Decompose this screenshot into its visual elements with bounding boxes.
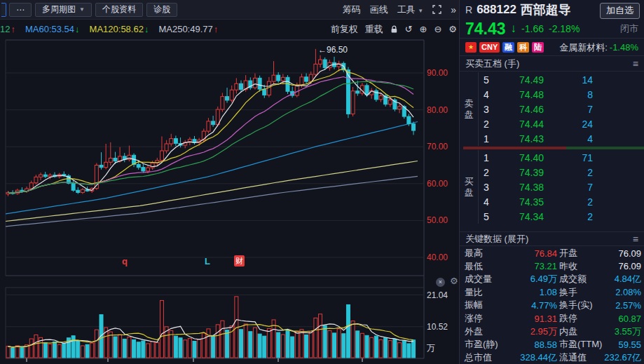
volume-bar — [221, 321, 224, 358]
volume-bar — [128, 337, 131, 358]
sell-row[interactable]: 374.467 — [479, 102, 644, 116]
badge-flag[interactable]: ★ — [465, 42, 477, 53]
adjust-mode-button[interactable]: 前复权 — [331, 23, 358, 36]
multi-period-button[interactable]: 多周期图 ▼ — [35, 3, 92, 17]
long-ma-line — [6, 122, 418, 214]
volume-bar — [85, 344, 89, 358]
candle — [207, 121, 210, 131]
volume-bar — [412, 340, 416, 358]
draw-line-button[interactable]: 画线 — [370, 4, 388, 16]
volume-bar — [277, 332, 280, 358]
volume-bar — [342, 334, 345, 358]
candle — [226, 97, 229, 100]
svg-text:10.52: 10.52 — [427, 322, 448, 332]
indicator-settings-gear-icon[interactable]: ⚙ — [450, 276, 458, 286]
undo-icon[interactable]: ↺ — [405, 24, 413, 34]
svg-text:90.00: 90.00 — [427, 68, 448, 78]
sell-row[interactable]: 174.434 — [479, 131, 644, 146]
chips-button[interactable]: 筹码 — [343, 4, 361, 16]
zoom-in-icon[interactable]: ⊕ — [420, 24, 427, 34]
add-watchlist-button[interactable]: 加自选 — [600, 3, 640, 19]
volume-bar — [244, 324, 247, 358]
key-data-item: 跌停60.87 — [557, 312, 644, 325]
candlestick-chart[interactable]: 90.0080.0070.0060.0050.0040.0021.0410.52… — [0, 39, 459, 364]
svg-text:财: 财 — [235, 257, 243, 265]
order-book-menu-icon[interactable]: ≡ — [633, 58, 638, 69]
volume-bar — [286, 330, 289, 358]
key-data-item: 成交量6.49万 — [460, 273, 557, 286]
buy-row[interactable]: 274.392 — [479, 165, 644, 180]
candle — [174, 139, 177, 144]
price-change-pct: -2.18% — [549, 23, 580, 34]
fullscreen-icon[interactable] — [432, 5, 441, 14]
volume-bar — [263, 336, 266, 358]
svg-text:40.00: 40.00 — [427, 252, 448, 262]
multi-period-label: 多周期图 — [42, 4, 76, 15]
diagnose-button[interactable]: 诊股 — [146, 3, 177, 17]
candle — [351, 91, 355, 114]
market-status: 闭市 — [620, 22, 638, 35]
buy-row[interactable]: 474.352 — [479, 194, 644, 209]
badge-blue[interactable]: 融 — [502, 42, 514, 53]
volume-bar — [323, 325, 327, 358]
badge-red[interactable]: CNY — [479, 42, 500, 53]
candle — [100, 166, 103, 168]
volume-bar — [81, 346, 84, 358]
volume-bar — [291, 337, 294, 358]
stock-info-label: 个股资料 — [102, 4, 136, 15]
volume-bar — [11, 348, 15, 358]
candle — [29, 183, 33, 189]
key-data-item: 换手2.08% — [557, 286, 644, 299]
buy-row[interactable]: 374.387 — [479, 180, 644, 194]
menu-dots-button[interactable]: ⋯ — [9, 3, 32, 17]
ma-value: 12↑ — [0, 24, 15, 34]
stock-info-button[interactable]: 个股资料 — [95, 3, 143, 17]
volume-bar — [319, 314, 322, 358]
candle — [114, 159, 117, 161]
key-data-menu-icon[interactable]: ≡ — [633, 234, 638, 245]
candle — [146, 168, 150, 171]
price-ma5-line — [8, 64, 414, 193]
volume-bar — [314, 318, 317, 358]
volume-bar — [71, 336, 75, 358]
volume-bar — [407, 344, 411, 358]
buy-row[interactable]: 174.4071 — [479, 150, 644, 165]
badge-orange[interactable]: 科 — [517, 42, 529, 53]
badge-pink[interactable]: 陆 — [532, 42, 544, 53]
event-marker: q — [122, 256, 128, 267]
reload-button[interactable]: 重载 — [365, 23, 383, 36]
sector-link[interactable]: 金属新材料:-1.48% — [559, 41, 638, 54]
candle — [104, 162, 108, 167]
volume-bar — [53, 342, 57, 358]
sell-row[interactable]: 574.4914 — [479, 72, 644, 87]
tools-button[interactable]: 工具 ▼ — [397, 4, 424, 16]
gear-icon[interactable]: ⚙ — [448, 24, 457, 34]
buy-row[interactable]: 574.342 — [479, 209, 644, 224]
candle — [221, 97, 224, 109]
volume-bar — [193, 341, 196, 358]
candle — [76, 190, 80, 192]
lock-icon[interactable] — [390, 25, 398, 34]
candle — [263, 89, 266, 95]
candle — [43, 175, 47, 177]
candle — [128, 155, 131, 159]
key-data-title[interactable]: 关键数据 (展开) ≡ — [460, 231, 644, 246]
zoom-out-icon[interactable]: ⊖ — [434, 24, 441, 34]
key-data-item: 内盘3.55万 — [557, 325, 644, 338]
close-indicator-icon[interactable]: × — [436, 278, 445, 287]
truncated-tab-button[interactable] — [1, 3, 6, 17]
volume-bar — [388, 341, 392, 358]
candle — [137, 164, 140, 167]
candle — [71, 183, 75, 190]
toolbar-right-group: 筹码 画线 工具 ▼ » — [343, 4, 459, 16]
sell-row[interactable]: 274.4424 — [479, 116, 644, 131]
collapse-panel-icon[interactable]: » — [451, 4, 456, 15]
volume-bar — [398, 343, 402, 358]
buy-sell-ratio-bar — [463, 147, 644, 149]
candle — [407, 116, 411, 124]
volume-bar — [240, 330, 243, 358]
sell-row[interactable]: 474.488 — [479, 87, 644, 102]
order-book-title: 买卖五档 (手) ≡ — [460, 57, 644, 72]
long-ma-line — [6, 161, 418, 222]
candle — [365, 86, 369, 95]
